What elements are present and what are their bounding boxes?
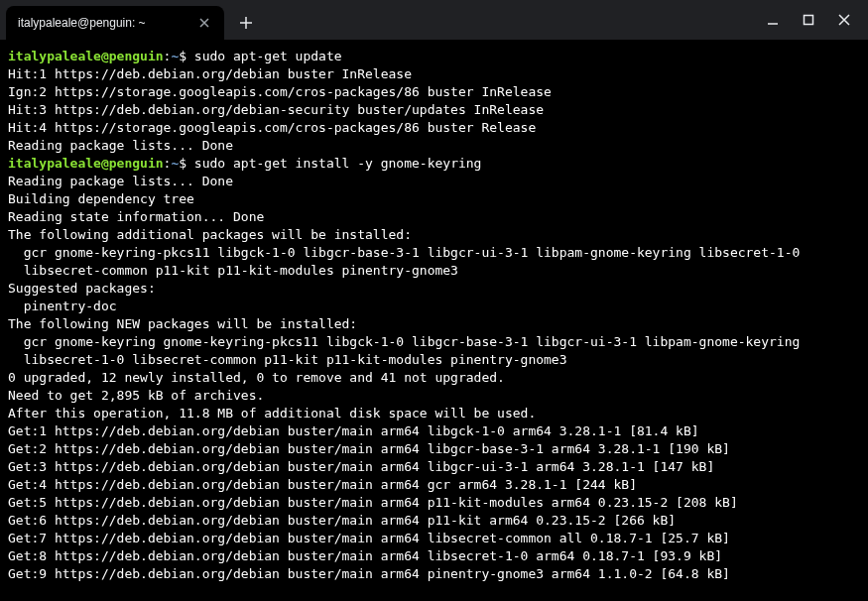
tab-bar: italypaleale@penguin: ~ [0, 0, 868, 40]
prompt-host: penguin [109, 49, 164, 63]
output-line: Ign:2 https://storage.googleapis.com/cro… [8, 83, 860, 101]
output-line: Hit:3 https://deb.debian.org/debian-secu… [8, 101, 860, 119]
output-line: Suggested packages: [8, 280, 860, 298]
output-line: Need to get 2,895 kB of archives. [8, 387, 860, 405]
output-line: libsecret-1-0 libsecret-common p11-kit p… [8, 351, 860, 369]
close-window-button[interactable] [832, 8, 856, 32]
maximize-button[interactable] [797, 8, 820, 32]
output-line: Reading state information... Done [8, 208, 860, 226]
output-line: Get:5 https://deb.debian.org/debian bust… [8, 494, 860, 512]
output-line: libsecret-common p11-kit p11-kit-modules… [8, 262, 860, 280]
prompt-at: @ [101, 156, 109, 171]
close-tab-icon[interactable] [196, 15, 212, 31]
output-line: The following NEW packages will be insta… [8, 315, 860, 333]
terminal-output[interactable]: italypaleale@penguin:~$ sudo apt-get upd… [0, 40, 868, 601]
new-tab-button[interactable] [232, 9, 260, 37]
terminal-tab[interactable]: italypaleale@penguin: ~ [6, 6, 224, 40]
prompt-dollar: $ [179, 49, 194, 63]
command-line: italypaleale@penguin:~$ sudo apt-get upd… [8, 48, 860, 65]
output-line: Get:1 https://deb.debian.org/debian bust… [8, 422, 860, 440]
prompt-host: penguin [109, 156, 164, 171]
output-line: Get:6 https://deb.debian.org/debian bust… [8, 512, 860, 530]
output-line: The following additional packages will b… [8, 226, 860, 244]
output-line: Get:9 https://deb.debian.org/debian bust… [8, 565, 860, 583]
minimize-button[interactable] [761, 8, 785, 32]
tab-title: italypaleale@penguin: ~ [18, 16, 188, 30]
command-text: sudo apt-get install -y gnome-keyring [194, 156, 482, 171]
output-line: Get:3 https://deb.debian.org/debian bust… [8, 458, 860, 476]
window-controls [761, 0, 862, 40]
output-line: gcr gnome-keyring gnome-keyring-pkcs11 l… [8, 333, 860, 351]
svg-rect-0 [805, 16, 813, 25]
output-line: Hit:1 https://deb.debian.org/debian bust… [8, 65, 860, 83]
output-line: Building dependency tree [8, 190, 860, 208]
output-line: Get:8 https://deb.debian.org/debian bust… [8, 547, 860, 565]
output-line: Get:2 https://deb.debian.org/debian bust… [8, 440, 860, 458]
prompt-user: italypaleale [8, 156, 101, 171]
output-line: Reading package lists... Done [8, 137, 860, 155]
command-text: sudo apt-get update [194, 49, 342, 63]
output-line: Get:7 https://deb.debian.org/debian bust… [8, 530, 860, 547]
output-line: Reading package lists... Done [8, 173, 860, 190]
output-line: After this operation, 11.8 MB of additio… [8, 405, 860, 422]
output-line: pinentry-doc [8, 298, 860, 315]
prompt-user: italypaleale [8, 49, 101, 63]
output-line: Get:4 https://deb.debian.org/debian bust… [8, 476, 860, 494]
prompt-dollar: $ [179, 156, 194, 171]
output-line: gcr gnome-keyring-pkcs11 libgck-1-0 libg… [8, 244, 860, 262]
prompt-at: @ [101, 49, 109, 63]
output-line: Hit:4 https://storage.googleapis.com/cro… [8, 119, 860, 137]
command-line: italypaleale@penguin:~$ sudo apt-get ins… [8, 155, 860, 173]
output-line: 0 upgraded, 12 newly installed, 0 to rem… [8, 369, 860, 387]
